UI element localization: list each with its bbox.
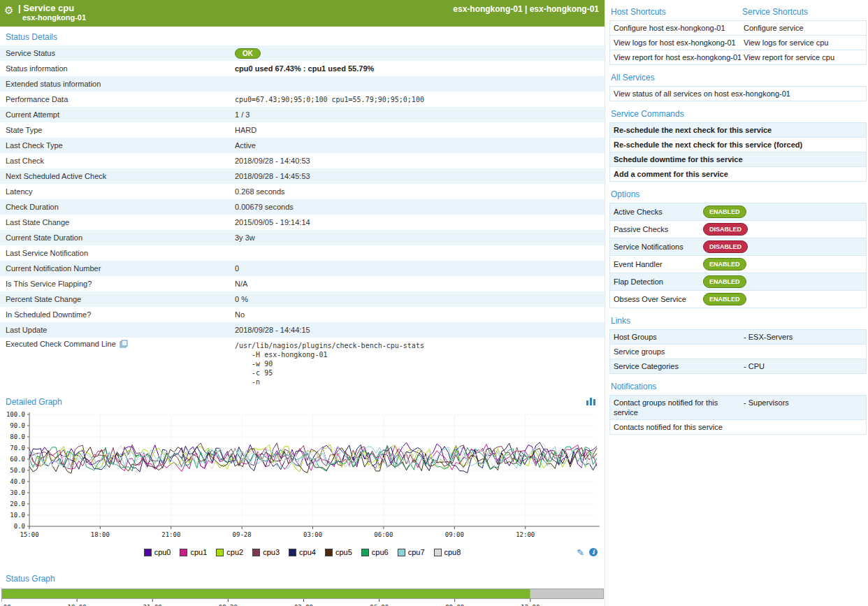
bar-chart-icon[interactable]: [586, 397, 596, 405]
link-row: Service Categories- CPU: [610, 359, 866, 373]
main-panel: ⚙ | Service cpu esx-hongkong-01 esx-hong…: [0, 0, 605, 606]
status-detail-label: Last Check: [0, 154, 232, 167]
status-detail-value: 0.00679 seconds: [232, 201, 605, 213]
svg-text:12:00: 12:00: [516, 531, 535, 538]
all-services-link[interactable]: View status of all services on host esx-…: [610, 87, 866, 101]
option-label: Service Notifications: [614, 242, 703, 252]
status-detail-value: cpu0 used 67.43% : cpu1 used 55.79%: [232, 62, 605, 75]
svg-text:15:00: 15:00: [20, 531, 38, 538]
service-shortcut-link[interactable]: Configure service: [744, 23, 862, 33]
status-detail-label: Last Update: [0, 324, 232, 336]
links-table: Host Groups- ESX-ServersService groupsSe…: [609, 329, 867, 374]
status-detail-row: Latency0.268 seconds: [0, 184, 605, 199]
enabled-badge: ENABLED: [703, 258, 746, 270]
service-command-link[interactable]: Re-schedule the next check for this serv…: [610, 123, 866, 138]
notification-row: Contact groups notified for this service…: [610, 396, 866, 420]
status-detail-label: Current Notification Number: [0, 262, 232, 275]
legend-item: cpu2: [216, 548, 243, 556]
detailed-graph-section: Detailed Graph 0.010.020.030.040.050.060…: [0, 391, 605, 560]
chart-legend: cpu0cpu1cpu2cpu3cpu4cpu5cpu6cpu7cpu8: [0, 548, 605, 556]
row-value: - ESX-Servers: [744, 332, 862, 342]
status-detail-value: [232, 82, 605, 86]
service-header: ⚙ | Service cpu esx-hongkong-01 esx-hong…: [0, 0, 605, 27]
option-row: Obsess Over ServiceENABLED: [610, 291, 866, 308]
service-shortcuts-title: Service Shortcuts: [742, 7, 864, 17]
status-detail-label: Latency: [0, 185, 232, 198]
legend-label: cpu8: [444, 548, 461, 556]
option-badge-cell: DISABLED: [703, 240, 862, 253]
notifications-table: Contact groups notified for this service…: [609, 395, 867, 435]
header-host-links[interactable]: esx-hongkong-01 | esx-hongkong-01: [453, 4, 599, 14]
legend-swatch: [180, 549, 187, 556]
status-detail-value: 1 / 3: [232, 108, 605, 121]
status-detail-row: Extended status information: [0, 76, 605, 92]
legend-item: cpu1: [180, 548, 207, 556]
legend-swatch: [289, 549, 296, 556]
status-detail-row: Current Attempt1 / 3: [0, 107, 605, 122]
service-status-badge: OK: [235, 48, 261, 59]
legend-label: cpu6: [372, 548, 389, 556]
edit-graph-icon[interactable]: ✎: [577, 547, 584, 558]
svg-text:09-28: 09-28: [233, 531, 252, 538]
option-badge-cell: ENABLED: [703, 275, 862, 288]
host-shortcut-link[interactable]: View report for host esx-hongkong-01: [614, 52, 744, 62]
host-shortcuts-title: Host Shortcuts: [611, 7, 742, 17]
status-detail-label: Service Status: [0, 47, 232, 59]
option-label: Flap Detection: [614, 277, 703, 287]
service-commands-title: Service Commands: [609, 101, 867, 122]
option-row: Flap DetectionENABLED: [610, 273, 866, 291]
status-detail-label: Performance Data: [0, 93, 232, 106]
host-subtitle[interactable]: esx-hongkong-01: [18, 13, 599, 22]
status-detail-label: In Scheduled Downtime?: [0, 308, 232, 321]
shortcut-row: View logs for host esx-hongkong-01View l…: [610, 36, 866, 50]
copy-command-icon[interactable]: [120, 340, 128, 349]
status-detail-row: Next Scheduled Active Check2018/09/28 - …: [0, 168, 605, 184]
notification-row: Contacts notified for this service: [610, 420, 866, 434]
status-detail-row: Current Notification Number0: [0, 261, 605, 276]
links-title: Links: [609, 308, 867, 329]
host-shortcut-link[interactable]: Configure host esx-hongkong-01: [614, 23, 744, 33]
status-detail-label: Check Duration: [0, 201, 232, 213]
service-shortcut-link[interactable]: View report for service cpu: [744, 52, 862, 62]
status-graph-section: Status Graph 15:0018:0021:0009-2803:0006…: [0, 568, 605, 606]
status-detail-label: Next Scheduled Active Check: [0, 170, 232, 182]
legend-label: cpu2: [226, 548, 243, 556]
option-label: Active Checks: [614, 207, 703, 217]
row-value: [744, 422, 862, 432]
status-detail-value: [232, 251, 605, 255]
option-row: Active ChecksENABLED: [610, 203, 866, 221]
service-shortcut-link[interactable]: View logs for service cpu: [744, 38, 862, 48]
service-command-link[interactable]: Add a comment for this service: [610, 167, 866, 181]
service-command-link[interactable]: Schedule downtime for this service: [610, 152, 866, 167]
status-detail-value: /usr/lib/nagios/plugins/check-bench-cpu-…: [232, 338, 605, 391]
svg-text:90.0: 90.0: [10, 422, 25, 429]
host-shortcut-link[interactable]: View logs for host esx-hongkong-01: [614, 38, 744, 48]
info-icon[interactable]: i: [589, 548, 598, 556]
status-detail-row: Service StatusOK: [0, 45, 605, 61]
gear-icon[interactable]: ⚙: [4, 4, 13, 17]
link-row: Host Groups- ESX-Servers: [610, 330, 866, 345]
status-detail-label: Last Service Notification: [0, 247, 232, 259]
legend-swatch: [216, 549, 224, 556]
status-detail-label: State Type: [0, 124, 232, 136]
status-detail-label: Current State Duration: [0, 231, 232, 244]
status-detail-label: Is This Service Flapping?: [0, 277, 232, 290]
service-command-link[interactable]: Re-schedule the next check for this serv…: [610, 138, 866, 152]
legend-item: cpu5: [325, 548, 352, 556]
enabled-badge: ENABLED: [703, 293, 746, 305]
svg-text:100.0: 100.0: [6, 411, 25, 418]
svg-text:70.0: 70.0: [10, 445, 25, 452]
notifications-title: Notifications: [609, 374, 867, 395]
option-row: Event HandlerENABLED: [610, 256, 866, 273]
svg-text:09:00: 09:00: [445, 531, 464, 538]
all-services-title: All Services: [609, 65, 867, 86]
legend-item: cpu0: [144, 548, 171, 556]
shortcuts-table: Configure host esx-hongkong-01Configure …: [609, 20, 867, 65]
status-detail-value: 2018/09/28 - 14:45:53: [232, 170, 605, 182]
status-detail-value: 2015/09/05 - 19:14:14: [232, 216, 605, 229]
svg-text:10.0: 10.0: [10, 512, 25, 519]
legend-label: cpu7: [408, 548, 425, 556]
legend-swatch: [398, 549, 405, 556]
legend-swatch: [252, 549, 260, 556]
legend-item: cpu6: [361, 548, 389, 556]
